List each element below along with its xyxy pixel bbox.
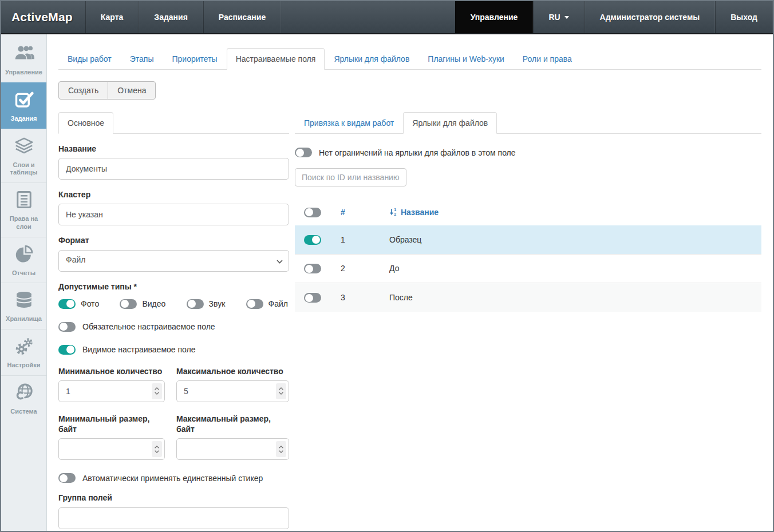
language-dropdown[interactable]: RU: [533, 1, 584, 33]
nav-item-tasks[interactable]: Задания: [139, 1, 203, 33]
table-row[interactable]: 3 После: [295, 283, 761, 312]
max-size-input[interactable]: [176, 438, 289, 460]
panel-tabs: Привязка к видам работ Ярлыки для файлов: [295, 112, 761, 134]
min-count-label: Минимальное количество: [58, 366, 165, 376]
row-number: 3: [336, 283, 385, 312]
row-toggle[interactable]: [304, 293, 321, 303]
sidebar-item-label: Права на слои: [2, 215, 45, 231]
video-toggle[interactable]: [120, 299, 137, 309]
users-icon: [14, 43, 34, 63]
database-icon: [14, 289, 34, 310]
sidebar-item-system[interactable]: Система: [1, 375, 46, 422]
nav-item-admin-user[interactable]: Администратор системы: [585, 1, 716, 33]
tab-roles-rights: Роли и права: [514, 48, 581, 69]
format-label: Формат: [58, 235, 289, 245]
form-actions: Создать Отмена: [58, 81, 761, 100]
required-toggle-label: Обязательное настраиваемое поле: [82, 322, 215, 331]
svg-text:1: 1: [394, 208, 396, 212]
gears-icon: [14, 336, 34, 356]
sidebar-item-label: Управление: [2, 69, 45, 77]
sidebar-item-management[interactable]: Управление: [1, 37, 46, 82]
tab-work-type-binding: Привязка к видам работ: [295, 112, 403, 133]
file-toggle[interactable]: [246, 299, 263, 309]
name-column-header[interactable]: 1 2 Название: [385, 198, 761, 225]
tab-stages: Этапы: [121, 48, 163, 69]
nav-item-logout[interactable]: Выход: [715, 1, 773, 33]
min-size-label: Минимальный размер, байт: [58, 414, 165, 434]
required-toggle[interactable]: [58, 322, 76, 332]
sound-toggle[interactable]: [187, 299, 204, 309]
min-count-input[interactable]: [58, 380, 165, 402]
navbar-spacer: [281, 1, 455, 33]
search-input[interactable]: [295, 168, 406, 186]
sidebar-item-label: Отчеты: [2, 269, 45, 277]
layers-icon: [14, 136, 34, 156]
globe-icon: [14, 382, 34, 403]
type-video: Видео: [120, 299, 165, 309]
language-label: RU: [548, 13, 560, 22]
settings-tabs: Виды работ Этапы Приоритеты Настраиваемы…: [58, 48, 761, 70]
row-number: 1: [336, 225, 385, 254]
sidebar-item-label: Хранилища: [2, 315, 45, 323]
cancel-button[interactable]: Отмена: [108, 81, 156, 100]
auto-sticker-toggle[interactable]: [58, 473, 76, 483]
svg-text:2: 2: [394, 213, 396, 217]
number-stepper-icon[interactable]: [276, 441, 286, 457]
field-group-input[interactable]: [58, 507, 289, 529]
visible-field-row: Видимое настраиваемое поле: [58, 345, 289, 355]
table-row[interactable]: 2 До: [295, 254, 761, 283]
name-label: Название: [58, 144, 289, 154]
format-select[interactable]: Файл: [58, 250, 289, 272]
type-sound: Звук: [187, 299, 226, 309]
tab-main: Основное: [58, 112, 113, 133]
sidebar: Управление Задания: [1, 34, 47, 531]
select-all-toggle[interactable]: [304, 208, 321, 217]
sidebar-item-label: Слои и таблицы: [2, 161, 45, 177]
sidebar-item-settings[interactable]: Настройки: [1, 329, 46, 375]
allowed-types-label: Допустимые типы *: [58, 281, 289, 292]
number-stepper-icon[interactable]: [152, 441, 162, 457]
max-size-label: Максимальный размер, байт: [176, 414, 289, 434]
no-limit-label: Нет ограничений на ярлыки для файлов в э…: [319, 148, 516, 157]
nav-item-schedule[interactable]: Расписание: [203, 1, 281, 33]
photo-toggle[interactable]: [58, 299, 76, 309]
table-row[interactable]: 1 Образец: [295, 225, 761, 254]
sidebar-item-label: Задания: [2, 115, 45, 123]
sidebar-item-layer-rights[interactable]: Права на слои: [1, 182, 46, 237]
max-count-input[interactable]: [176, 380, 289, 402]
auto-sticker-label: Автоматически применять единственный сти…: [82, 474, 263, 483]
chevron-down-icon: [277, 256, 283, 266]
row-number: 2: [336, 254, 385, 283]
nav-item-management[interactable]: Управление: [455, 1, 534, 33]
sound-label: Звук: [209, 299, 226, 308]
row-name: До: [385, 254, 761, 283]
app-window: ActiveMap Карта Задания Расписание Управ…: [0, 0, 774, 532]
photo-label: Фото: [81, 299, 99, 308]
sidebar-item-reports[interactable]: Отчеты: [1, 237, 46, 283]
form-tabs: Основное: [58, 112, 289, 134]
sidebar-item-layers[interactable]: Слои и таблицы: [1, 129, 46, 183]
tab-plugins-webhooks: Плагины и Web-хуки: [418, 48, 513, 69]
name-input[interactable]: [58, 158, 289, 180]
visible-toggle[interactable]: [58, 345, 76, 355]
nav-item-map[interactable]: Карта: [85, 1, 139, 33]
sidebar-item-tasks[interactable]: Задания: [1, 82, 46, 129]
main-content: Виды работ Этапы Приоритеты Настраиваемы…: [47, 34, 773, 531]
no-limit-toggle[interactable]: [295, 148, 312, 157]
row-toggle[interactable]: [304, 235, 321, 245]
sidebar-item-storages[interactable]: Хранилища: [1, 283, 46, 329]
row-toggle[interactable]: [304, 264, 321, 273]
file-labels-panel: Привязка к видам работ Ярлыки для файлов…: [295, 112, 761, 312]
number-column-header[interactable]: #: [336, 198, 385, 225]
tab-priorities: Приоритеты: [163, 48, 227, 69]
create-button[interactable]: Создать: [58, 81, 108, 100]
cluster-input[interactable]: [58, 204, 289, 225]
number-stepper-icon[interactable]: [276, 383, 286, 399]
nav-item-management-label: Управление: [471, 13, 518, 22]
top-navbar: ActiveMap Карта Задания Расписание Управ…: [1, 1, 773, 34]
tab-file-labels: Ярлыки для файлов: [325, 48, 418, 69]
min-size-input[interactable]: [58, 438, 165, 460]
sidebar-item-label: Настройки: [2, 362, 45, 370]
tab-work-types: Виды работ: [58, 48, 121, 69]
number-stepper-icon[interactable]: [152, 383, 162, 399]
